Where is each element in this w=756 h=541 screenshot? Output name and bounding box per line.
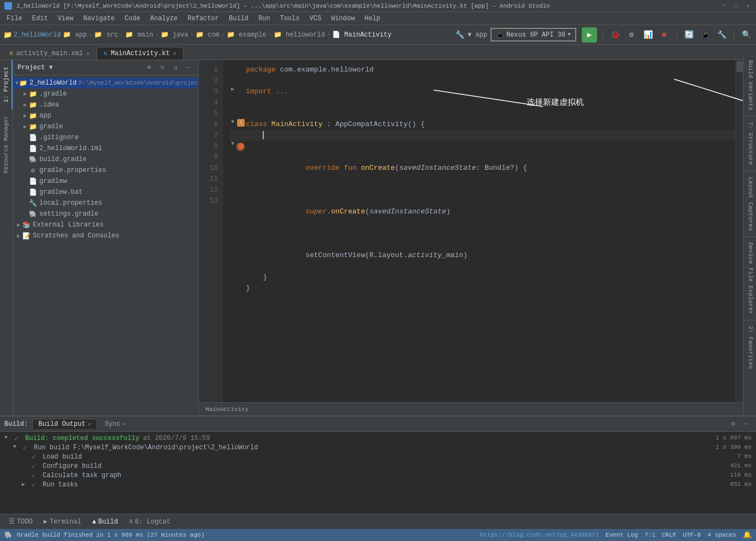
bc-src[interactable]: 📁 src bbox=[94, 31, 118, 39]
terminal-icon: ▶ bbox=[44, 518, 48, 526]
bc-app[interactable]: 📁 app bbox=[63, 31, 87, 39]
tree-scratches[interactable]: ▶ 📝 Scratches and Consoles bbox=[13, 230, 198, 241]
menu-view[interactable]: View bbox=[54, 14, 78, 23]
build-label: Build: bbox=[4, 420, 28, 428]
bc-mainactivity[interactable]: 📄 MainActivity bbox=[332, 31, 392, 39]
tab-mainactivity[interactable]: K MainActivity.kt ✕ bbox=[97, 47, 184, 60]
maximize-btn[interactable]: □ bbox=[732, 2, 740, 10]
menu-vcs[interactable]: VCS bbox=[305, 14, 326, 23]
bc-main[interactable]: 📁 main bbox=[125, 31, 153, 39]
project-expand-icon[interactable]: ⇉ bbox=[170, 62, 181, 73]
code-line-4 bbox=[229, 97, 735, 108]
run-config-label[interactable]: ▼ app bbox=[468, 31, 487, 39]
toolbar-btn-sync[interactable]: 🔄 bbox=[682, 28, 695, 41]
bottom-panel-settings-icon[interactable]: ⚙ bbox=[728, 419, 739, 430]
tree-idea-folder[interactable]: ▶ 📁 .idea bbox=[13, 99, 198, 110]
project-locate-icon[interactable]: ⊕ bbox=[144, 62, 155, 73]
build-row-2[interactable]: ▼ ✓ Run build F:\Myself_WorkCode\Android… bbox=[4, 443, 752, 453]
bottom-tab-sync-label: Sync bbox=[105, 420, 121, 428]
tree-gradle-props[interactable]: ▶ ⚙ gradle.properties bbox=[13, 165, 198, 176]
tab-mainactivity-close[interactable]: ✕ bbox=[173, 50, 176, 57]
toolbar-btn-debug[interactable]: 🐞 bbox=[609, 28, 622, 41]
toolbar-btn-sdk[interactable]: 🔧 bbox=[715, 28, 728, 41]
bottom-tab-sync[interactable]: Sync ✕ bbox=[99, 419, 132, 429]
bc-helloworld[interactable]: 📁 helloworld bbox=[274, 31, 325, 39]
run-button[interactable]: ▶ bbox=[582, 27, 597, 43]
close-btn[interactable]: ✕ bbox=[744, 2, 752, 10]
project-collapse-icon[interactable]: — bbox=[183, 62, 194, 73]
project-settings-icon[interactable]: ≡ bbox=[157, 62, 168, 73]
tree-local-props[interactable]: ▶ 🔧 local.properties bbox=[13, 198, 198, 209]
code-line-10: setContentView(R.layout.activity_main) bbox=[229, 228, 735, 272]
toolbar-btn-search[interactable]: 🔍 bbox=[740, 28, 753, 41]
tree-settings-gradle[interactable]: ▶ 🐘 settings.gradle bbox=[13, 209, 198, 219]
status-crlf[interactable]: CRLF bbox=[662, 532, 676, 538]
menu-file[interactable]: File bbox=[2, 14, 27, 23]
logcat-tab[interactable]: ≡ 6: Logcat bbox=[125, 517, 175, 527]
build-row-run-tasks[interactable]: ▶ ✓ Run tasks 851 ms bbox=[4, 480, 752, 490]
tree-gradlew[interactable]: ▶ 📄 gradlew bbox=[13, 176, 198, 187]
tree-app-folder[interactable]: ▶ 📁 app bbox=[13, 110, 198, 121]
tree-root[interactable]: ▼ 📁 2_helloWorld F:\Myself_WorkCode\Andr… bbox=[13, 78, 198, 88]
right-tab-layout-captures[interactable]: Layout Captures bbox=[743, 171, 756, 237]
right-tab-structure[interactable]: 7: Structure bbox=[743, 116, 756, 171]
bottom-panel-collapse-icon[interactable]: — bbox=[741, 419, 752, 430]
tree-gitignore[interactable]: ▶ 📄 .gitignore bbox=[13, 132, 198, 143]
right-tab-build-variants[interactable]: Build Variants bbox=[743, 55, 756, 116]
menu-code[interactable]: Code bbox=[120, 14, 145, 23]
menu-analyze[interactable]: Analyze bbox=[146, 14, 182, 23]
status-position[interactable]: 7:1 bbox=[645, 532, 655, 538]
minimize-btn[interactable]: ─ bbox=[720, 2, 728, 10]
status-event-log[interactable]: Event Log bbox=[606, 532, 638, 538]
bottom-tab-build-close[interactable]: ✕ bbox=[88, 421, 91, 427]
tree-build-gradle[interactable]: ▶ 🐘 build.gradle bbox=[13, 154, 198, 165]
build-row-configure[interactable]: ▶ ✓ Configure build 421 ms bbox=[4, 462, 752, 471]
build-row-calc[interactable]: ▶ ✓ Calculate task graph 118 ms bbox=[4, 471, 752, 480]
tree-gradle-folder[interactable]: ▶ 📁 .gradle bbox=[13, 88, 198, 99]
bottom-tab-sync-close[interactable]: ✕ bbox=[122, 421, 126, 427]
bottom-tabs-bar: Build: Build Output ✕ Sync ✕ ⚙ — bbox=[0, 417, 756, 432]
tree-iml[interactable]: ▶ 📄 2_helloWorld.iml bbox=[13, 143, 198, 154]
menu-run[interactable]: Run bbox=[254, 14, 275, 23]
left-tab-resource[interactable]: Resource Manager bbox=[1, 109, 13, 180]
menu-help[interactable]: Help bbox=[360, 14, 385, 23]
toolbar-btn-attach[interactable]: ⚙ bbox=[625, 28, 638, 41]
code-content[interactable]: package com.example.helloworld ▶ import … bbox=[223, 60, 735, 402]
tree-external-libs[interactable]: ▶ 📚 External Libraries bbox=[13, 219, 198, 230]
status-encoding[interactable]: UTF-8 bbox=[683, 532, 701, 538]
bc-com[interactable]: 📁 com bbox=[196, 31, 220, 39]
toolbar-btn-avd[interactable]: 📱 bbox=[699, 28, 712, 41]
toolbar-btn-stop[interactable]: ■ bbox=[658, 28, 671, 41]
device-selector[interactable]: 📱 Nexus 6P API 30 ▼ bbox=[491, 28, 576, 41]
tab-activity-main[interactable]: X activity_main.xml ✕ bbox=[2, 47, 97, 60]
outer-right-tabs: Build Variants 7: Structure Layout Captu… bbox=[743, 55, 756, 374]
build-tab[interactable]: ▲ Build bbox=[88, 517, 122, 527]
editor-scrollbar[interactable] bbox=[735, 60, 743, 402]
tree-gradle-root[interactable]: ▶ 📁 gradle bbox=[13, 121, 198, 132]
device-name: Nexus 6P API 30 bbox=[506, 31, 565, 39]
tab-activity-close[interactable]: ✕ bbox=[86, 50, 90, 57]
bc-java[interactable]: 📁 java bbox=[161, 31, 188, 39]
todo-tab[interactable]: ☰ TODO bbox=[4, 516, 37, 527]
menu-tools[interactable]: Tools bbox=[276, 14, 304, 23]
bottom-tab-build-output[interactable]: Build Output ✕ bbox=[32, 419, 97, 429]
status-indent[interactable]: 4 spaces bbox=[707, 532, 736, 538]
terminal-tab[interactable]: ▶ Terminal bbox=[39, 516, 86, 527]
left-tab-project[interactable]: 1: Project bbox=[1, 60, 13, 109]
bc-example[interactable]: 📁 example bbox=[227, 31, 267, 39]
toolbar-btn-profile[interactable]: 📊 bbox=[641, 28, 654, 41]
menu-navigate[interactable]: Navigate bbox=[79, 14, 119, 23]
tab-kt-icon: K bbox=[104, 50, 108, 57]
right-tab-favorites[interactable]: 2: Favorites bbox=[743, 320, 756, 374]
status-csdn-link[interactable]: https://blog.csdn.net/qq_44366571 bbox=[480, 532, 599, 538]
menu-window[interactable]: Window bbox=[327, 14, 359, 23]
build-row-load[interactable]: ▶ ✓ Load build 7 ms bbox=[4, 453, 752, 462]
title-bar: 2_helloWorld [F:\Myself_WorkCode\Android… bbox=[0, 0, 756, 12]
right-tab-device-explorer[interactable]: Device File Explorer bbox=[743, 237, 756, 320]
tree-gradlew-bat[interactable]: ▶ 📄 gradlew.bat bbox=[13, 187, 198, 198]
project-name[interactable]: 2_helloWorld bbox=[14, 31, 61, 39]
menu-refactor[interactable]: Refactor bbox=[183, 14, 223, 23]
build-row-1[interactable]: ▼ ✓ Build: completed successfully at 202… bbox=[4, 434, 752, 443]
menu-edit[interactable]: Edit bbox=[28, 14, 52, 23]
menu-build[interactable]: Build bbox=[225, 14, 253, 23]
